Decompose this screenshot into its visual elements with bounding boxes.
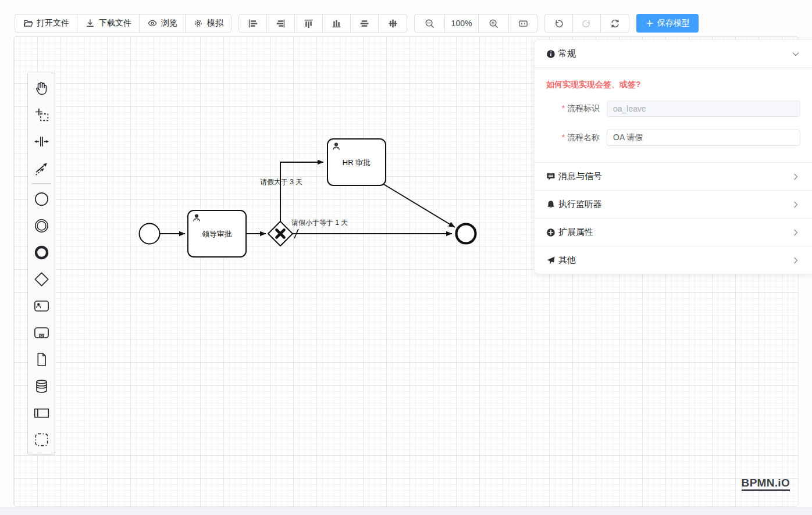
history-button-group <box>544 14 629 33</box>
align-top-icon <box>303 18 314 29</box>
gear-icon <box>193 18 204 28</box>
process-id-row: 流程标识 <box>546 101 800 117</box>
save-model-button[interactable]: 保存模型 <box>636 14 699 33</box>
undo-icon <box>553 18 564 29</box>
zoom-in-button[interactable] <box>479 15 509 32</box>
section-messages-signals[interactable]: 消息与信号 <box>535 162 812 190</box>
start-event-icon <box>33 191 50 208</box>
zoom-button-group: 100% <box>414 14 537 33</box>
send-icon <box>546 256 555 265</box>
section-execution-listeners-title: 执行监听器 <box>558 199 602 210</box>
countersign-hint-link[interactable]: 如何实现实现会签、或签? <box>546 80 800 90</box>
section-general-title: 常规 <box>558 48 576 59</box>
chevron-right-icon <box>791 200 800 209</box>
process-name-label: 流程名称 <box>546 133 600 143</box>
toolbar: 打开文件 下载文件 浏览 模拟 <box>15 14 797 33</box>
end-event-icon <box>33 244 50 261</box>
palette-start-event[interactable] <box>28 185 55 212</box>
user-task-leader-node[interactable]: 领导审批 <box>188 210 246 257</box>
zoom-out-button[interactable] <box>415 15 445 32</box>
palette-data-object[interactable] <box>28 346 55 373</box>
section-other-title: 其他 <box>558 255 576 266</box>
end-event-node[interactable] <box>457 224 476 244</box>
start-event-node[interactable] <box>140 224 160 244</box>
process-name-row: 流程名称 <box>546 130 800 146</box>
section-general-body: 如何实现实现会签、或签? 流程标识 流程名称 <box>535 68 812 162</box>
download-file-button[interactable]: 下载文件 <box>77 15 140 32</box>
section-general-header[interactable]: 常规 <box>535 40 812 68</box>
undo-button[interactable] <box>545 15 573 32</box>
align-top-button[interactable] <box>295 15 323 32</box>
palette-lasso-tool[interactable] <box>28 101 55 128</box>
palette-subprocess[interactable] <box>28 319 55 346</box>
flow-label-le1[interactable]: 请假小于等于 1 天 <box>291 219 348 227</box>
palette-group[interactable] <box>28 426 55 453</box>
group-icon <box>33 431 50 448</box>
simulate-button[interactable]: 模拟 <box>186 15 231 32</box>
participant-icon <box>33 405 50 421</box>
bpmn-io-watermark[interactable]: BPMN.iO <box>742 477 790 491</box>
plus-circle-icon <box>546 228 555 237</box>
bell-icon <box>546 200 555 209</box>
user-task-hr-node[interactable]: HR 审批 <box>327 139 386 185</box>
redo-icon <box>581 18 592 29</box>
palette-data-store[interactable] <box>28 373 55 399</box>
user-task-icon <box>33 298 50 314</box>
save-model-label: 保存模型 <box>657 18 690 28</box>
section-messages-signals-title: 消息与信号 <box>558 171 602 182</box>
comment-icon <box>546 172 555 181</box>
redo-button[interactable] <box>573 15 601 32</box>
file-button-group: 打开文件 下载文件 浏览 模拟 <box>15 14 232 33</box>
chevron-down-icon <box>791 49 800 59</box>
align-horizontal-center-button[interactable] <box>351 15 379 32</box>
palette-participant[interactable] <box>28 399 55 426</box>
user-task-leader-label: 领导审批 <box>202 230 232 238</box>
restart-button[interactable] <box>601 15 629 32</box>
chevron-right-icon <box>791 228 800 237</box>
flow-hr-to-end[interactable] <box>383 184 455 227</box>
palette-user-task[interactable] <box>28 292 55 319</box>
align-left-button[interactable] <box>239 15 267 32</box>
space-tool-icon <box>33 133 50 150</box>
properties-panel: 常规 如何实现实现会签、或签? 流程标识 流程名称 消息与信号 执行监听器 <box>534 40 812 274</box>
palette-exclusive-gateway[interactable] <box>28 266 55 292</box>
exclusive-gateway-node[interactable] <box>268 221 293 246</box>
reset-zoom-button[interactable] <box>509 15 537 32</box>
hand-tool-icon <box>33 80 50 96</box>
preview-label: 浏览 <box>161 18 177 28</box>
global-connect-tool-icon <box>33 160 50 177</box>
align-vertical-center-icon <box>387 18 398 29</box>
palette-intermediate-event[interactable] <box>28 212 55 239</box>
open-file-label: 打开文件 <box>37 18 69 28</box>
download-file-label: 下载文件 <box>99 18 131 28</box>
flow-gateway-to-hr[interactable] <box>280 162 323 221</box>
chevron-right-icon <box>791 256 800 265</box>
section-other[interactable]: 其他 <box>535 246 812 274</box>
section-execution-listeners[interactable]: 执行监听器 <box>535 190 812 218</box>
palette-end-event[interactable] <box>28 239 55 266</box>
intermediate-event-icon <box>33 217 50 234</box>
palette-global-connect-tool[interactable] <box>28 155 55 181</box>
zoom-in-icon <box>488 18 499 29</box>
zoom-out-icon <box>424 18 435 29</box>
section-extended-attributes[interactable]: 扩展属性 <box>535 218 812 246</box>
info-icon <box>546 49 555 59</box>
align-bottom-button[interactable] <box>323 15 351 32</box>
preview-button[interactable]: 浏览 <box>140 15 186 32</box>
process-id-input[interactable] <box>607 101 800 117</box>
restart-icon <box>610 18 621 29</box>
simulate-label: 模拟 <box>207 18 223 28</box>
plus-icon <box>645 19 654 28</box>
user-task-hr-label: HR 审批 <box>343 158 371 167</box>
palette-divider <box>31 183 51 184</box>
open-file-button[interactable]: 打开文件 <box>15 15 77 32</box>
download-icon <box>85 18 95 28</box>
palette-space-tool[interactable] <box>28 128 55 155</box>
align-right-button[interactable] <box>267 15 295 32</box>
align-button-group <box>238 14 407 33</box>
process-name-input[interactable] <box>607 130 800 146</box>
folder-open-icon <box>23 18 33 28</box>
align-vertical-center-button[interactable] <box>379 15 407 32</box>
flow-label-gt3[interactable]: 请假大于 3 天 <box>260 178 302 186</box>
palette-hand-tool[interactable] <box>28 74 55 101</box>
